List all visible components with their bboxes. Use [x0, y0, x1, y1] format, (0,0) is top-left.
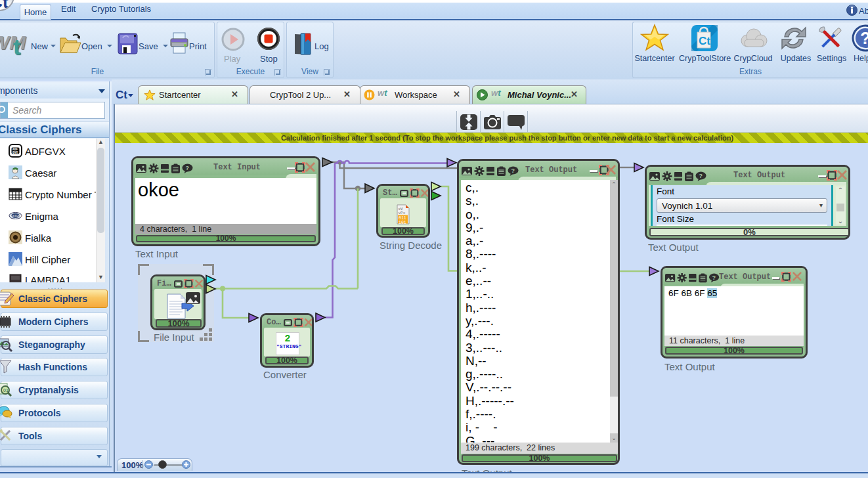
svg-text:?: ? — [511, 167, 515, 174]
svg-text:vPx: vPx — [399, 211, 406, 215]
svg-text:101: 101 — [399, 221, 406, 225]
svg-text:?: ? — [699, 173, 703, 179]
svg-text:?: ? — [186, 165, 190, 171]
svg-text:?: ? — [712, 274, 716, 281]
